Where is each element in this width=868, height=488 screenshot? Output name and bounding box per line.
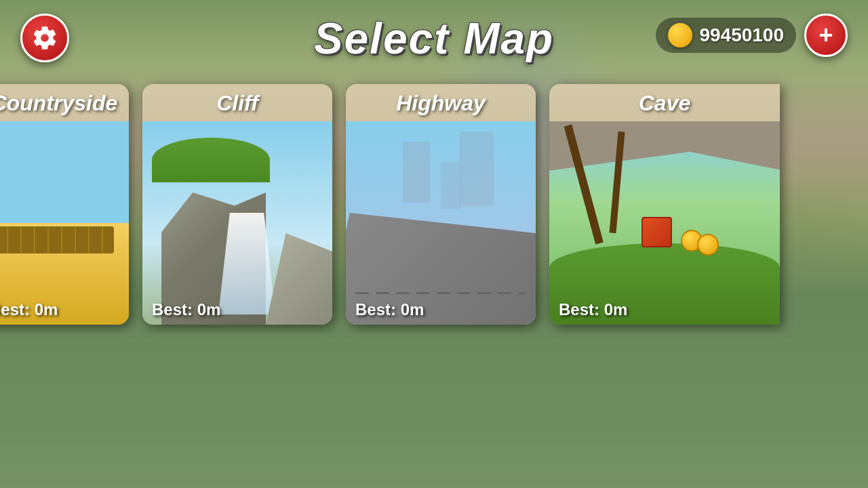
countryside-scene: [0, 121, 129, 325]
map-image-cave: [549, 121, 780, 325]
maps-container: Countryside Best: 0m Cliff Best: 0m: [0, 77, 848, 325]
map-best-countryside: Best: 0m: [0, 295, 129, 325]
add-coins-button[interactable]: +: [804, 14, 848, 57]
road-lines: [355, 292, 526, 294]
map-card-cave[interactable]: Cave Best: 0m: [549, 84, 780, 325]
crate: [642, 217, 672, 247]
header: Select Map 99450100 +: [0, 0, 868, 77]
building3: [460, 131, 494, 206]
settings-button[interactable]: [20, 14, 69, 62]
map-title-highway: Highway: [346, 84, 536, 121]
currency-area: 99450100 +: [656, 14, 848, 57]
map-image-highway: [346, 121, 536, 325]
cave-scene: [549, 121, 780, 325]
coin2: [697, 234, 719, 256]
coin-amount: 99450100: [699, 24, 784, 46]
building2: [441, 162, 461, 209]
map-title-countryside: Countryside: [0, 84, 129, 121]
page-title: Select Map: [314, 14, 554, 64]
building1: [403, 142, 430, 203]
map-image-cliff: [142, 121, 332, 325]
gear-icon: [31, 24, 58, 52]
map-image-countryside: [0, 121, 129, 325]
map-card-highway[interactable]: Highway Best: 0m: [346, 84, 536, 325]
cliff-top: [152, 138, 270, 182]
map-card-countryside[interactable]: Countryside Best: 0m: [0, 84, 129, 325]
map-title-cave: Cave: [549, 84, 780, 121]
bridge: [0, 226, 114, 253]
cave-rock-top: [549, 121, 780, 172]
map-best-cliff: Best: 0m: [142, 295, 332, 325]
cliff-scene: [142, 121, 332, 325]
map-best-highway: Best: 0m: [346, 295, 536, 325]
map-best-cave: Best: 0m: [549, 295, 780, 325]
map-title-cliff: Cliff: [142, 84, 332, 121]
coin-icon: [668, 23, 692, 47]
map-card-cliff[interactable]: Cliff Best: 0m: [142, 84, 332, 325]
coin-display: 99450100: [656, 18, 796, 53]
app-container: Select Map 99450100 + Countryside Best: …: [0, 0, 868, 488]
highway-scene: [346, 121, 536, 325]
